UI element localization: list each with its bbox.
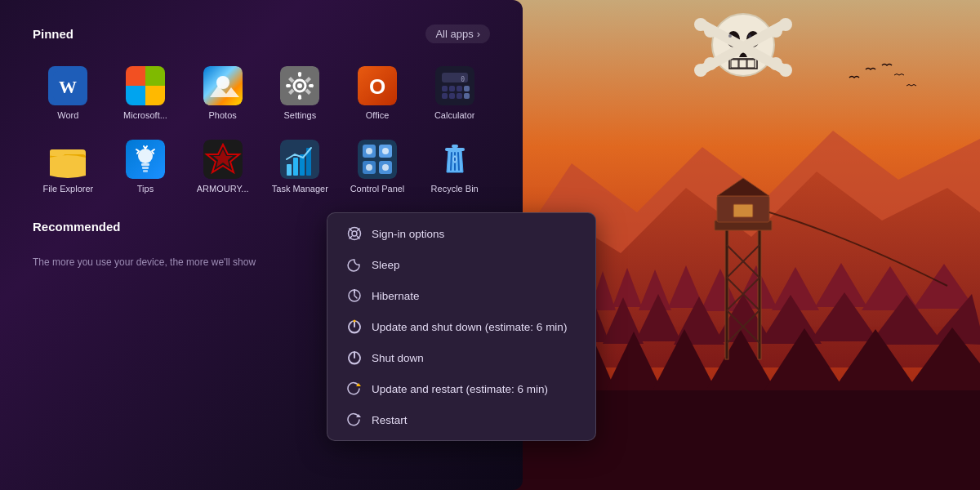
svg-rect-96	[449, 93, 455, 99]
app-control-panel[interactable]: Control Panel	[342, 133, 413, 200]
svg-rect-74	[145, 66, 165, 86]
hibernate-label: Hibernate	[372, 290, 420, 302]
restart-icon	[347, 412, 362, 427]
task-manager-icon	[280, 140, 319, 179]
app-photos[interactable]: Photos	[187, 60, 258, 127]
control-panel-label: Control Panel	[350, 184, 405, 194]
svg-rect-84	[286, 84, 291, 87]
svg-rect-50	[733, 204, 753, 217]
svg-point-105	[138, 149, 153, 163]
svg-rect-39	[725, 229, 728, 359]
file-explorer-icon	[48, 140, 87, 179]
armoury-icon	[203, 140, 243, 179]
pinned-title: Pinned	[33, 27, 74, 41]
update-restart-icon	[347, 381, 362, 396]
svg-rect-98	[464, 93, 470, 99]
svg-rect-57	[747, 60, 755, 68]
menu-hibernate[interactable]: Hibernate	[331, 280, 592, 311]
svg-point-124	[366, 164, 372, 171]
svg-rect-75	[126, 86, 145, 105]
app-settings[interactable]: Settings	[265, 60, 336, 127]
app-recycle-bin[interactable]: Recycle Bin	[419, 133, 490, 200]
svg-rect-91	[442, 86, 448, 91]
app-tips[interactable]: Tips	[110, 133, 181, 200]
svg-rect-85	[309, 84, 314, 87]
app-word[interactable]: W Word	[33, 60, 104, 127]
store-label: Microsoft...	[123, 110, 167, 120]
menu-update-shutdown[interactable]: Update and shut down (estimate: 6 min)	[331, 311, 592, 342]
svg-text:0: 0	[461, 76, 465, 83]
settings-icon	[280, 66, 319, 105]
restart-label: Restart	[372, 414, 408, 426]
all-apps-button[interactable]: All apps ›	[425, 24, 490, 43]
signin-options-label: Sign-in options	[372, 228, 444, 240]
calculator-icon: 0	[435, 66, 474, 105]
svg-rect-88	[435, 66, 474, 105]
app-armoury[interactable]: ARMOURY...	[187, 133, 258, 200]
svg-rect-108	[143, 170, 148, 172]
svg-rect-114	[293, 158, 298, 176]
shutdown-icon	[347, 350, 362, 365]
app-calculator[interactable]: 0 Calculator	[419, 60, 490, 127]
svg-rect-106	[141, 163, 149, 166]
update-shutdown-icon	[347, 319, 362, 334]
hibernate-icon	[347, 288, 362, 303]
menu-sleep[interactable]: Sleep	[331, 249, 592, 280]
svg-rect-40	[758, 229, 761, 359]
power-context-menu: Sign-in options Sleep Hibernate	[327, 212, 596, 441]
svg-point-122	[366, 148, 372, 154]
tips-label: Tips	[137, 184, 154, 194]
svg-rect-76	[145, 86, 165, 105]
sleep-icon	[347, 257, 362, 272]
word-label: Word	[57, 110, 78, 120]
svg-rect-127	[445, 148, 465, 151]
app-microsoft-store[interactable]: Microsoft...	[110, 60, 181, 127]
svg-point-70	[748, 34, 751, 38]
pinned-apps-grid: W Word Microsoft...	[33, 60, 490, 200]
svg-rect-103	[50, 149, 65, 156]
app-file-explorer[interactable]: File Explorer	[33, 133, 104, 200]
file-explorer-label: File Explorer	[42, 184, 93, 194]
svg-text:O: O	[369, 74, 385, 99]
svg-rect-82	[298, 72, 301, 77]
photos-icon	[203, 66, 243, 105]
office-icon: O	[358, 66, 397, 105]
menu-update-restart[interactable]: Update and restart (estimate: 6 min)	[331, 373, 592, 404]
calculator-label: Calculator	[434, 110, 475, 120]
recommended-title: Recommended	[33, 220, 121, 234]
word-icon: W	[48, 66, 87, 105]
svg-rect-107	[142, 167, 149, 169]
svg-point-66	[704, 24, 717, 38]
shutdown-label: Shut down	[372, 352, 424, 364]
svg-point-64	[769, 57, 782, 70]
svg-line-131	[458, 153, 459, 170]
tips-icon	[126, 140, 165, 179]
svg-rect-93	[457, 86, 462, 91]
app-office[interactable]: O Office	[342, 60, 413, 127]
svg-point-133	[352, 231, 357, 236]
recycle-bin-label: Recycle Bin	[431, 184, 479, 194]
svg-rect-95	[442, 93, 448, 99]
menu-shutdown[interactable]: Shut down	[331, 342, 592, 373]
update-shutdown-label: Update and shut down (estimate: 6 min)	[372, 321, 567, 333]
svg-rect-73	[126, 66, 145, 86]
sleep-label: Sleep	[372, 259, 400, 271]
svg-rect-83	[298, 95, 301, 100]
svg-text:W: W	[59, 77, 77, 97]
store-icon	[126, 66, 165, 105]
menu-restart[interactable]: Restart	[331, 404, 592, 435]
svg-rect-55	[731, 60, 738, 68]
menu-signin-options[interactable]: Sign-in options	[331, 218, 592, 249]
svg-rect-97	[457, 93, 462, 99]
svg-point-123	[382, 148, 389, 154]
all-apps-arrow: ›	[477, 28, 480, 40]
svg-rect-92	[449, 86, 455, 91]
svg-point-62	[704, 57, 717, 70]
task-manager-label: Task Manager	[272, 184, 328, 194]
control-panel-icon	[358, 140, 397, 179]
all-apps-label: All apps	[435, 28, 473, 40]
svg-point-125	[382, 164, 389, 171]
app-task-manager[interactable]: Task Manager	[265, 133, 336, 200]
svg-rect-56	[739, 60, 746, 68]
svg-rect-128	[452, 145, 458, 148]
